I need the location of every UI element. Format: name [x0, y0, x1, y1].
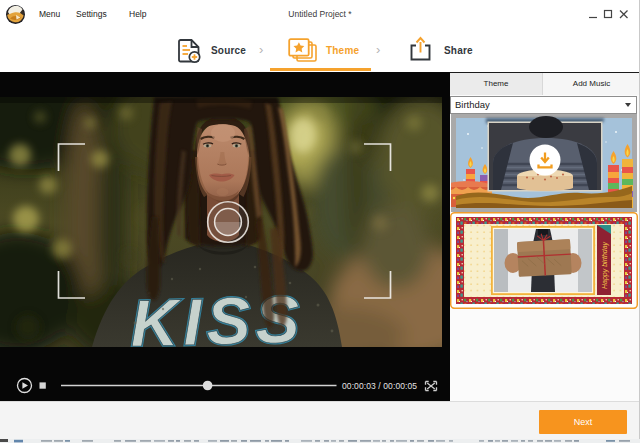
svg-text:Happy birthday: Happy birthday [601, 241, 609, 289]
